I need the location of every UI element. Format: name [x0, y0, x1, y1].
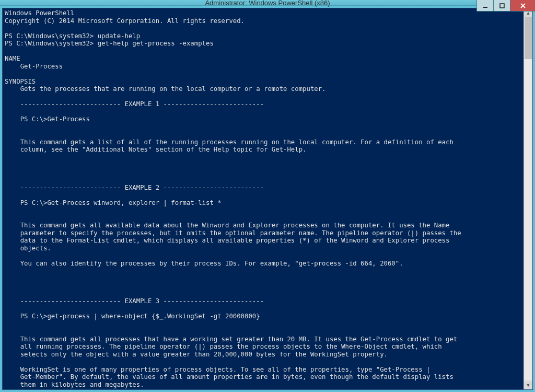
scroll-down-button[interactable]: ▼ [524, 381, 532, 389]
close-button[interactable] [510, 0, 535, 11]
window-title: Administrator: Windows PowerShell (x86) [205, 0, 330, 7]
titlebar[interactable]: Administrator: Windows PowerShell (x86) [0, 0, 535, 6]
terminal-output[interactable]: Windows PowerShell Copyright (C) 2014 Mi… [3, 8, 524, 389]
powershell-window: Administrator: Windows PowerShell (x86) … [0, 0, 535, 392]
svg-rect-0 [483, 7, 487, 8]
terminal-container: Windows PowerShell Copyright (C) 2014 Mi… [2, 8, 533, 390]
minimize-icon [483, 3, 488, 8]
chevron-down-icon: ▼ [526, 383, 531, 388]
scroll-thumb[interactable] [525, 17, 532, 59]
maximize-icon [499, 3, 505, 8]
maximize-button[interactable] [493, 0, 510, 11]
close-icon [520, 3, 526, 9]
minimize-button[interactable] [476, 0, 493, 11]
window-controls [476, 0, 535, 11]
scroll-track[interactable] [524, 17, 532, 381]
vertical-scrollbar[interactable]: ▲ ▼ [524, 8, 532, 389]
window-body: Windows PowerShell Copyright (C) 2014 Mi… [0, 6, 535, 392]
svg-rect-1 [500, 4, 504, 8]
